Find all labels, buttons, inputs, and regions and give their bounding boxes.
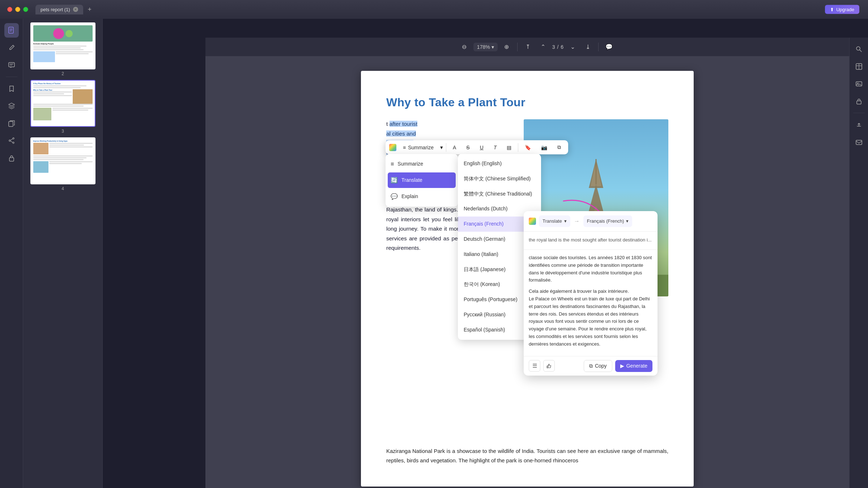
summarize-label: Summarize <box>408 145 434 150</box>
thumbnail-page-4[interactable]: Improve Working Productivity in Using Ap… <box>27 137 99 191</box>
lang-english[interactable]: English (English) <box>458 156 541 171</box>
right-sidebar-upload[interactable] <box>852 117 866 132</box>
lang-chinese-traditional[interactable]: 繁體中文 (Chinese Traditional) <box>458 187 541 202</box>
zoom-chevron-icon: ▾ <box>492 44 494 50</box>
sidebar-icon-comment[interactable] <box>4 58 19 72</box>
svg-line-12 <box>10 141 13 142</box>
underline-format-button[interactable]: U <box>476 143 487 152</box>
app-container: Animals Helping People 2 <box>0 19 868 488</box>
sel-divider-1 <box>446 143 446 152</box>
sidebar-icon-pages[interactable] <box>4 23 19 38</box>
page-separator: / <box>557 44 558 50</box>
sidebar-icon-copy[interactable] <box>4 116 19 130</box>
bookmark-sel-button[interactable]: 🔖 <box>521 143 535 152</box>
right-sidebar-search[interactable] <box>852 42 866 56</box>
toolbar-divider-2 <box>598 43 599 51</box>
svg-rect-35 <box>856 140 862 145</box>
right-sidebar-table[interactable] <box>852 59 866 74</box>
maximize-button[interactable] <box>23 7 28 12</box>
copy-sel-button[interactable]: ⧉ <box>554 142 565 152</box>
note-format-button[interactable]: ▤ <box>503 143 515 152</box>
strikethrough-format-button[interactable]: S <box>463 143 473 152</box>
translation-input: the royal land is the most sought after … <box>524 232 658 250</box>
ctx-translate[interactable]: 🔄 Translate <box>388 172 456 188</box>
page-prev-button[interactable]: ⌃ <box>537 41 549 53</box>
camera-sel-button[interactable]: 📷 <box>537 143 551 152</box>
context-menu: ≡ Summarize 🔄 Translate 💬 Explain <box>386 154 458 207</box>
zoom-out-button[interactable]: ⊖ <box>458 41 471 53</box>
ctx-translate-icon: 🔄 <box>391 175 398 185</box>
svg-point-8 <box>13 138 14 139</box>
close-button[interactable] <box>7 7 12 12</box>
right-sidebar-lock[interactable] <box>852 94 866 108</box>
translation-output: classe sociale des touristes. Les années… <box>524 250 658 356</box>
ctx-summarize-label: Summarize <box>397 160 423 168</box>
translate-from-chevron: ▾ <box>564 217 567 225</box>
page-next-button[interactable]: ⌄ <box>566 41 579 53</box>
sidebar-icon-lock[interactable] <box>4 151 19 165</box>
toolbar-divider-1 <box>517 43 518 51</box>
sidebar-icon-share[interactable] <box>4 133 19 148</box>
text-format-button[interactable]: T <box>490 143 501 152</box>
sidebar-icon-edit[interactable] <box>4 40 19 55</box>
ctx-summarize[interactable]: ≡ Summarize <box>386 156 458 172</box>
trans-output-p2: Cela aide également à trouver la paix in… <box>529 288 652 348</box>
sidebar-icon-layers[interactable] <box>4 99 19 113</box>
right-sidebar-image[interactable] <box>852 77 866 91</box>
main-content: Why to Take a Plant Tour t after tourist… <box>205 56 849 488</box>
trans-thumbs-up-button[interactable] <box>543 360 555 372</box>
svg-rect-7 <box>9 121 13 127</box>
comment-button[interactable]: 💬 <box>603 41 615 53</box>
highlight-icon: A <box>453 145 456 150</box>
thumb-number-2: 2 <box>61 71 64 76</box>
tab-bar: pets report (1) ✕ + <box>35 4 95 14</box>
right-divider <box>853 113 865 113</box>
tab-active[interactable]: pets report (1) ✕ <box>35 5 83 14</box>
translate-from-label: Translate <box>542 217 562 225</box>
trans-output-p1: classe sociale des touristes. Les années… <box>529 254 652 284</box>
copy-translation-button[interactable]: ⧉ Copy <box>584 360 612 372</box>
current-page: 3 <box>552 44 555 50</box>
svg-rect-26 <box>547 366 548 368</box>
underline-icon: U <box>480 145 484 150</box>
ctx-summarize-icon: ≡ <box>391 159 394 169</box>
tab-label: pets report (1) <box>41 7 70 12</box>
thumb2-title: Animals Helping People <box>33 43 93 45</box>
zoom-value: 178% <box>477 44 490 50</box>
svg-rect-13 <box>9 158 14 161</box>
trans-feedback-button[interactable]: ☰ <box>529 360 540 372</box>
lang-chinese-simplified[interactable]: 简体中文 (Chinese Simplified) <box>458 171 541 187</box>
thumb-number-4: 4 <box>61 186 64 191</box>
pdf-page: Why to Take a Plant Tour t after tourist… <box>361 71 694 487</box>
translation-header: Translate ▾ → Français (French) ▾ <box>524 211 658 232</box>
translate-arrow-icon: → <box>574 216 580 226</box>
sidebar-icon-bookmark[interactable] <box>4 81 19 96</box>
right-sidebar-mail[interactable] <box>852 135 866 149</box>
summarize-button[interactable]: ≡ Summarize <box>399 143 437 152</box>
page-last-button[interactable]: ⤓ <box>582 41 594 53</box>
zoom-in-button[interactable]: ⊕ <box>501 41 513 53</box>
svg-rect-4 <box>9 63 14 67</box>
bookmark-icon: 🔖 <box>525 145 531 150</box>
tab-close-button[interactable]: ✕ <box>73 7 78 12</box>
generate-translation-button[interactable]: ▶ Generate <box>615 360 652 372</box>
selection-toolbar: ≡ Summarize ▾ A S U T <box>386 140 568 154</box>
ctx-explain[interactable]: 💬 Explain <box>386 189 458 204</box>
upgrade-button[interactable]: ⬆ Upgrade <box>825 5 859 14</box>
summarize-icon: ≡ <box>403 145 406 150</box>
svg-rect-34 <box>857 101 861 104</box>
copy-icon-small: ⧉ <box>589 363 593 369</box>
generate-icon: ▶ <box>620 363 624 369</box>
translate-to-selector[interactable]: Français (French) ▾ <box>583 215 633 227</box>
titlebar: pets report (1) ✕ + ⬆ Upgrade <box>0 0 868 19</box>
highlight-format-button[interactable]: A <box>449 143 460 152</box>
translate-from-selector[interactable]: Translate ▾ <box>539 215 570 227</box>
minimize-button[interactable] <box>15 7 20 12</box>
new-tab-button[interactable]: + <box>85 4 95 14</box>
thumbnail-page-3[interactable]: A Key Phase the History of Tourism Why t… <box>27 80 99 134</box>
page-first-button[interactable]: ⤒ <box>522 41 534 53</box>
pdf-page-title: Why to Take a Plant Tour <box>386 93 668 112</box>
zoom-display[interactable]: 178% ▾ <box>473 43 498 51</box>
sel-divider-2 <box>518 143 518 152</box>
thumbnail-page-2[interactable]: Animals Helping People 2 <box>27 22 99 76</box>
